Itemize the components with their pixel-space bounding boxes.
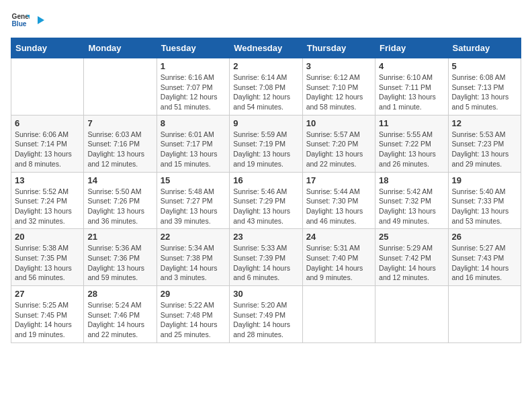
calendar-cell: 30Sunrise: 5:20 AM Sunset: 7:49 PM Dayli… xyxy=(230,286,302,343)
day-info: Sunrise: 5:33 AM Sunset: 7:39 PM Dayligh… xyxy=(233,243,298,283)
svg-text:Blue: Blue xyxy=(12,20,27,28)
day-number: 17 xyxy=(306,175,371,185)
calendar-header-thursday: Thursday xyxy=(302,38,375,58)
day-info: Sunrise: 6:01 AM Sunset: 7:17 PM Dayligh… xyxy=(161,130,226,169)
calendar-cell xyxy=(302,286,375,343)
calendar-header-tuesday: Tuesday xyxy=(157,38,229,58)
day-number: 7 xyxy=(87,118,152,128)
day-info: Sunrise: 5:29 AM Sunset: 7:42 PM Dayligh… xyxy=(379,243,444,283)
day-info: Sunrise: 5:24 AM Sunset: 7:46 PM Dayligh… xyxy=(87,300,152,340)
calendar-cell: 16Sunrise: 5:46 AM Sunset: 7:29 PM Dayli… xyxy=(230,172,302,229)
day-number: 13 xyxy=(15,175,80,185)
day-info: Sunrise: 5:25 AM Sunset: 7:45 PM Dayligh… xyxy=(15,300,80,340)
calendar-cell: 7Sunrise: 6:03 AM Sunset: 7:16 PM Daylig… xyxy=(84,115,157,172)
calendar-week-row: 13Sunrise: 5:52 AM Sunset: 7:24 PM Dayli… xyxy=(11,172,521,229)
calendar-cell: 23Sunrise: 5:33 AM Sunset: 7:39 PM Dayli… xyxy=(230,229,302,286)
calendar-cell xyxy=(84,58,157,116)
calendar-header-row: SundayMondayTuesdayWednesdayThursdayFrid… xyxy=(11,38,521,58)
calendar-cell: 17Sunrise: 5:44 AM Sunset: 7:30 PM Dayli… xyxy=(302,172,375,229)
calendar-cell: 21Sunrise: 5:36 AM Sunset: 7:36 PM Dayli… xyxy=(84,229,157,286)
calendar-cell xyxy=(375,286,448,343)
day-info: Sunrise: 5:55 AM Sunset: 7:22 PM Dayligh… xyxy=(379,130,444,169)
day-number: 2 xyxy=(233,61,298,71)
logo: General Blue xyxy=(11,11,46,30)
calendar-cell: 3Sunrise: 6:12 AM Sunset: 7:10 PM Daylig… xyxy=(302,58,375,116)
day-info: Sunrise: 6:10 AM Sunset: 7:11 PM Dayligh… xyxy=(379,73,444,112)
calendar-cell: 18Sunrise: 5:42 AM Sunset: 7:32 PM Dayli… xyxy=(375,172,448,229)
calendar-cell: 1Sunrise: 6:16 AM Sunset: 7:07 PM Daylig… xyxy=(157,58,229,116)
calendar-cell xyxy=(448,286,521,343)
calendar-cell: 10Sunrise: 5:57 AM Sunset: 7:20 PM Dayli… xyxy=(302,115,375,172)
day-info: Sunrise: 5:50 AM Sunset: 7:26 PM Dayligh… xyxy=(87,187,152,226)
calendar-cell: 19Sunrise: 5:40 AM Sunset: 7:33 PM Dayli… xyxy=(448,172,521,229)
calendar-cell: 24Sunrise: 5:31 AM Sunset: 7:40 PM Dayli… xyxy=(302,229,375,286)
day-number: 25 xyxy=(379,232,444,242)
day-number: 24 xyxy=(306,232,371,242)
day-number: 3 xyxy=(306,61,371,71)
calendar-cell: 28Sunrise: 5:24 AM Sunset: 7:46 PM Dayli… xyxy=(84,286,157,343)
day-number: 12 xyxy=(452,118,517,128)
calendar-cell: 12Sunrise: 5:53 AM Sunset: 7:23 PM Dayli… xyxy=(448,115,521,172)
logo-icon: General Blue xyxy=(11,11,30,30)
calendar-cell: 4Sunrise: 6:10 AM Sunset: 7:11 PM Daylig… xyxy=(375,58,448,116)
day-info: Sunrise: 5:22 AM Sunset: 7:48 PM Dayligh… xyxy=(161,300,226,340)
logo-arrow-icon xyxy=(34,14,46,26)
day-number: 30 xyxy=(233,289,298,299)
day-number: 15 xyxy=(161,175,226,185)
calendar-cell: 22Sunrise: 5:34 AM Sunset: 7:38 PM Dayli… xyxy=(157,229,229,286)
day-info: Sunrise: 5:46 AM Sunset: 7:29 PM Dayligh… xyxy=(233,187,298,226)
day-number: 1 xyxy=(161,61,226,71)
calendar-cell: 25Sunrise: 5:29 AM Sunset: 7:42 PM Dayli… xyxy=(375,229,448,286)
calendar-cell: 26Sunrise: 5:27 AM Sunset: 7:43 PM Dayli… xyxy=(448,229,521,286)
calendar-header-wednesday: Wednesday xyxy=(230,38,302,58)
calendar-cell: 14Sunrise: 5:50 AM Sunset: 7:26 PM Dayli… xyxy=(84,172,157,229)
day-number: 28 xyxy=(87,289,152,299)
day-number: 6 xyxy=(15,118,80,128)
day-number: 9 xyxy=(233,118,298,128)
day-number: 27 xyxy=(15,289,80,299)
calendar-header-friday: Friday xyxy=(375,38,448,58)
day-info: Sunrise: 5:20 AM Sunset: 7:49 PM Dayligh… xyxy=(233,300,298,340)
header: General Blue xyxy=(11,11,521,30)
calendar-week-row: 1Sunrise: 6:16 AM Sunset: 7:07 PM Daylig… xyxy=(11,58,521,116)
calendar: SundayMondayTuesdayWednesdayThursdayFrid… xyxy=(11,38,521,343)
calendar-cell: 11Sunrise: 5:55 AM Sunset: 7:22 PM Dayli… xyxy=(375,115,448,172)
day-info: Sunrise: 6:16 AM Sunset: 7:07 PM Dayligh… xyxy=(161,73,226,112)
day-info: Sunrise: 5:34 AM Sunset: 7:38 PM Dayligh… xyxy=(161,243,226,283)
calendar-header-saturday: Saturday xyxy=(448,38,521,58)
calendar-header-sunday: Sunday xyxy=(11,38,84,58)
day-info: Sunrise: 5:27 AM Sunset: 7:43 PM Dayligh… xyxy=(452,243,517,283)
calendar-cell: 20Sunrise: 5:38 AM Sunset: 7:35 PM Dayli… xyxy=(11,229,84,286)
day-number: 4 xyxy=(379,61,444,71)
calendar-cell: 2Sunrise: 6:14 AM Sunset: 7:08 PM Daylig… xyxy=(230,58,302,116)
day-info: Sunrise: 5:57 AM Sunset: 7:20 PM Dayligh… xyxy=(306,130,371,169)
day-info: Sunrise: 5:44 AM Sunset: 7:30 PM Dayligh… xyxy=(306,187,371,226)
calendar-cell: 8Sunrise: 6:01 AM Sunset: 7:17 PM Daylig… xyxy=(157,115,229,172)
day-number: 23 xyxy=(233,232,298,242)
svg-marker-3 xyxy=(38,16,44,24)
day-info: Sunrise: 5:52 AM Sunset: 7:24 PM Dayligh… xyxy=(15,187,80,226)
day-number: 22 xyxy=(161,232,226,242)
day-number: 8 xyxy=(161,118,226,128)
day-info: Sunrise: 5:48 AM Sunset: 7:27 PM Dayligh… xyxy=(161,187,226,226)
calendar-cell: 15Sunrise: 5:48 AM Sunset: 7:27 PM Dayli… xyxy=(157,172,229,229)
day-number: 26 xyxy=(452,232,517,242)
day-number: 16 xyxy=(233,175,298,185)
day-info: Sunrise: 6:03 AM Sunset: 7:16 PM Dayligh… xyxy=(87,130,152,169)
day-info: Sunrise: 6:14 AM Sunset: 7:08 PM Dayligh… xyxy=(233,73,298,112)
day-number: 14 xyxy=(87,175,152,185)
calendar-cell: 27Sunrise: 5:25 AM Sunset: 7:45 PM Dayli… xyxy=(11,286,84,343)
calendar-cell: 5Sunrise: 6:08 AM Sunset: 7:13 PM Daylig… xyxy=(448,58,521,116)
day-number: 20 xyxy=(15,232,80,242)
day-info: Sunrise: 5:38 AM Sunset: 7:35 PM Dayligh… xyxy=(15,243,80,283)
svg-text:General: General xyxy=(12,13,30,20)
day-info: Sunrise: 5:36 AM Sunset: 7:36 PM Dayligh… xyxy=(87,243,152,283)
calendar-cell: 9Sunrise: 5:59 AM Sunset: 7:19 PM Daylig… xyxy=(230,115,302,172)
day-info: Sunrise: 6:06 AM Sunset: 7:14 PM Dayligh… xyxy=(15,130,80,169)
day-number: 21 xyxy=(87,232,152,242)
calendar-cell: 29Sunrise: 5:22 AM Sunset: 7:48 PM Dayli… xyxy=(157,286,229,343)
day-info: Sunrise: 5:42 AM Sunset: 7:32 PM Dayligh… xyxy=(379,187,444,226)
day-info: Sunrise: 5:53 AM Sunset: 7:23 PM Dayligh… xyxy=(452,130,517,169)
day-number: 5 xyxy=(452,61,517,71)
calendar-week-row: 6Sunrise: 6:06 AM Sunset: 7:14 PM Daylig… xyxy=(11,115,521,172)
